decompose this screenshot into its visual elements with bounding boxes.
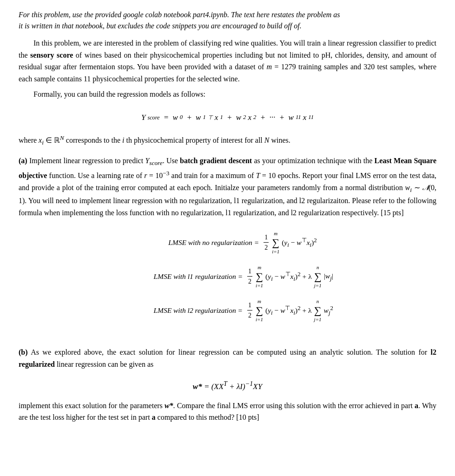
yscore-formula: Yscore = w0 + w1⊤x1 + w2x2 + ··· + w11x1… [141,112,314,124]
part-b-text1: (b) As we explored above, the exact solu… [19,346,436,370]
document-container: For this problem, use the provided googl… [19,9,436,423]
yscore-formula-block: Yscore = w0 + w1⊤x1 + w2x2 + ··· + w11x1… [19,112,436,124]
wstar-formula: w* = (XXT + λI)−1XY [193,379,262,392]
lmse-formulas: LMSE with no regularization = 1 2 m ∑ i=… [19,230,436,323]
lmse-l1-reg-row: LMSE with l1 regularization = 1 2 m ∑ i=… [122,264,333,289]
where-line: where xi ∈ ℝN corresponds to the i th ph… [19,132,436,147]
lmse-no-reg-row: LMSE with no regularization = 1 2 m ∑ i=… [138,230,317,255]
part-b-text2: implement this exact solution for the pa… [19,400,436,423]
intro-paragraph1: In this problem, we are interested in th… [19,37,436,85]
intro-italic-text: For this problem, use the provided googl… [19,9,436,32]
lmse-l2-reg-row: LMSE with l2 regularization = 1 2 m ∑ i=… [122,298,333,323]
part-b-block: (b) As we explored above, the exact solu… [19,346,436,423]
wstar-formula-block: w* = (XXT + λI)−1XY [19,379,436,392]
intro-paragraph2: Formally, you can build the regression m… [19,88,436,100]
part-a-text: (a) Implement linear regression to predi… [19,155,436,218]
